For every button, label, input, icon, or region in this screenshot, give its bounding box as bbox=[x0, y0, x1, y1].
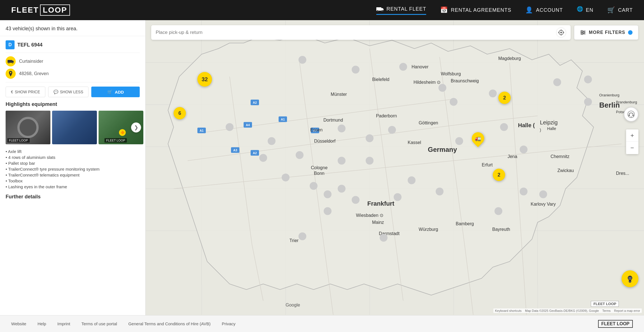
svg-point-6 bbox=[12, 62, 13, 64]
gallery-image-1: FLEET LOOP bbox=[6, 111, 50, 144]
svg-rect-156 bbox=[633, 115, 634, 116]
search-input-container bbox=[151, 25, 571, 40]
svg-text:🌐: 🌐 bbox=[577, 6, 583, 12]
nav-language-label: EN bbox=[586, 7, 593, 13]
feature-item-6: Toolbox bbox=[6, 178, 140, 184]
map-attribution: Keyboard shortcuts Map Data ©2025 GeoBas… bbox=[493, 308, 642, 313]
map-terms-link[interactable]: Terms bbox=[602, 309, 611, 312]
search-input[interactable] bbox=[156, 30, 556, 35]
svg-text:Jena: Jena bbox=[508, 154, 517, 159]
svg-text:Bonn: Bonn bbox=[314, 171, 324, 176]
cluster-dusseldorf[interactable]: 6 bbox=[174, 107, 186, 119]
map-area[interactable]: A1 A1 A2 A2 A3 A4 A7 Münster Bielefeld H… bbox=[146, 20, 644, 315]
more-filters-button[interactable]: MORE FILTERS bbox=[574, 25, 638, 40]
footer-link-website[interactable]: Website bbox=[11, 321, 26, 326]
vehicle-type-row: Curtainsider bbox=[6, 56, 140, 66]
svg-text:A1: A1 bbox=[281, 118, 285, 121]
svg-point-159 bbox=[629, 277, 630, 278]
map-keyboard-shortcuts[interactable]: Keyboard shortcuts bbox=[495, 309, 522, 312]
nav-rental-fleet[interactable]: RENTAL FLEET bbox=[376, 6, 426, 15]
footer-link-terms-portal[interactable]: Terms of use portal bbox=[81, 321, 117, 326]
euro-icon: € bbox=[11, 90, 13, 94]
svg-text:Hildesheim ⊙: Hildesheim ⊙ bbox=[414, 80, 441, 85]
filter-active-dot bbox=[628, 30, 633, 35]
svg-point-91 bbox=[455, 137, 463, 145]
svg-point-152 bbox=[583, 32, 585, 33]
svg-text:Hanover: Hanover bbox=[412, 64, 429, 69]
feature-item-7: Lashing eyes in the outer frame bbox=[6, 184, 140, 190]
svg-point-151 bbox=[581, 31, 583, 32]
logo-loop: LOOP bbox=[40, 4, 70, 16]
footer-link-privacy[interactable]: Privacy bbox=[222, 321, 235, 326]
truck-icon bbox=[376, 6, 384, 13]
map-search-bar: MORE FILTERS bbox=[151, 25, 638, 40]
svg-point-153 bbox=[582, 33, 583, 35]
footer: Website Help Imprint Terms of use portal… bbox=[0, 315, 644, 332]
image-gallery: FLEET LOOP FLEET LOOP 🔶 ❯ bbox=[6, 111, 140, 144]
cluster-south[interactable]: 2 bbox=[493, 169, 505, 181]
map-report-link[interactable]: Report a map error bbox=[614, 309, 640, 312]
svg-text:Wiesbaden ⊙: Wiesbaden ⊙ bbox=[356, 213, 383, 218]
cluster-munster[interactable]: 32 bbox=[197, 72, 212, 87]
logo[interactable]: FLEET LOOP bbox=[11, 4, 70, 16]
cluster-bubble-halle: 2 bbox=[498, 92, 511, 104]
nav-language[interactable]: 🌐 EN bbox=[577, 6, 593, 14]
nav-cart[interactable]: 🛒 CART bbox=[607, 6, 633, 14]
svg-text:Bielefeld: Bielefeld bbox=[372, 77, 389, 82]
ai-assistant-icon[interactable] bbox=[624, 107, 638, 122]
feature-item-4: TrailerConnect® tyre pressure monitoring… bbox=[6, 166, 140, 172]
svg-text:Magdeburg: Magdeburg bbox=[498, 56, 521, 61]
nav-account[interactable]: 👤 ACCOUNT bbox=[525, 6, 563, 14]
calendar-icon: 📅 bbox=[440, 6, 448, 14]
gallery-next-button[interactable]: ❯ bbox=[131, 122, 141, 133]
vehicle-id-row: D TEFL 6944 bbox=[6, 40, 140, 49]
footer-link-general-terms[interactable]: General Terms and Conditions of Hire (AV… bbox=[128, 321, 211, 326]
location-icon bbox=[6, 69, 16, 79]
footer-link-imprint[interactable]: Imprint bbox=[57, 321, 70, 326]
zoom-out-button[interactable]: − bbox=[626, 142, 638, 154]
svg-text:Bayreuth: Bayreuth bbox=[492, 227, 510, 232]
main-content: 43 vehicle(s) shown in this area. D TEFL… bbox=[0, 20, 644, 315]
nav-rental-agreements[interactable]: 📅 RENTAL AGREEMENTS bbox=[440, 6, 511, 14]
footer-link-help[interactable]: Help bbox=[38, 321, 46, 326]
show-less-button[interactable]: 💬 SHOW LESS bbox=[48, 87, 88, 97]
svg-point-77 bbox=[438, 84, 446, 92]
svg-text:Münster: Münster bbox=[331, 92, 347, 97]
svg-point-123 bbox=[394, 193, 402, 201]
logo-fleet: FLEET bbox=[11, 6, 39, 15]
vehicle-pin-erfurt[interactable]: 🚛 bbox=[472, 132, 484, 145]
location-target-icon[interactable] bbox=[556, 27, 566, 38]
more-filters-label: MORE FILTERS bbox=[589, 30, 625, 35]
comment-icon: 💬 bbox=[53, 90, 58, 94]
svg-text:Erfurt: Erfurt bbox=[482, 162, 493, 167]
svg-point-115 bbox=[324, 207, 332, 215]
nav-account-label: ACCOUNT bbox=[536, 7, 563, 13]
svg-point-143 bbox=[560, 32, 562, 33]
language-icon: 🌐 bbox=[577, 6, 583, 14]
show-price-label: SHOW PRICE bbox=[15, 90, 40, 94]
zoom-in-button[interactable]: + bbox=[626, 129, 638, 142]
chat-help-icon[interactable] bbox=[622, 270, 638, 287]
add-button[interactable]: 🛒 ADD bbox=[91, 87, 140, 97]
features-list: Axle lift 4 rows of aluminium slats Pall… bbox=[6, 148, 140, 190]
map-data-credit: Map Data ©2025 GeoBasis-DE/BKG (©2009), … bbox=[525, 309, 599, 312]
cart-icon: 🛒 bbox=[607, 6, 615, 14]
vehicle-id: TEFL 6944 bbox=[17, 42, 43, 48]
divider-2 bbox=[6, 82, 140, 82]
left-panel: 43 vehicle(s) shown in this area. D TEFL… bbox=[0, 20, 146, 315]
svg-text:Oranienburg: Oranienburg bbox=[599, 93, 619, 97]
svg-point-107 bbox=[324, 191, 332, 198]
vehicle-card: D TEFL 6944 Curtainsider bbox=[0, 36, 145, 206]
header: FLEET LOOP RENTAL FLEET 📅 RENTAL AGREEME… bbox=[0, 0, 644, 20]
svg-point-129 bbox=[539, 191, 547, 198]
svg-point-79 bbox=[450, 98, 458, 106]
svg-text:A1: A1 bbox=[200, 129, 204, 132]
map-zoom-controls: + − bbox=[626, 129, 638, 154]
show-price-button[interactable]: € SHOW PRICE bbox=[6, 87, 45, 97]
svg-point-119 bbox=[408, 177, 416, 184]
svg-text:Kassel: Kassel bbox=[408, 140, 421, 145]
cluster-halle[interactable]: 2 bbox=[498, 92, 511, 104]
svg-text:A2: A2 bbox=[253, 151, 257, 155]
svg-text:Leipzig: Leipzig bbox=[540, 119, 557, 126]
svg-point-105 bbox=[310, 182, 318, 190]
